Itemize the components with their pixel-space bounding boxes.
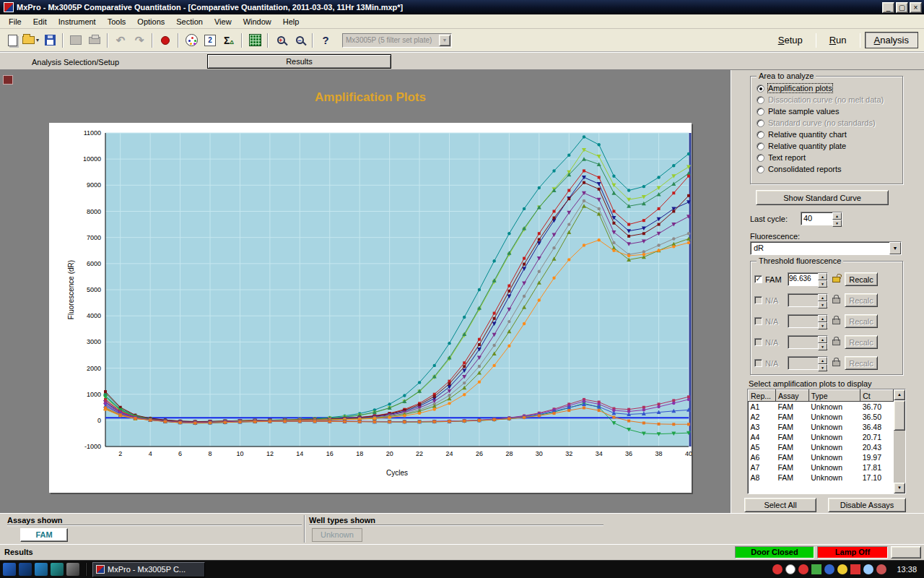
radio-option-5[interactable]: Relative quantity plate [757, 140, 899, 152]
run-mode-button[interactable]: Run [821, 33, 855, 48]
last-cycle-spinner[interactable]: 40 ▲▼ [801, 212, 842, 225]
radio-label[interactable]: Relative quantity plate [768, 142, 846, 150]
tray-icon-5[interactable] [824, 564, 834, 574]
table-row[interactable]: A8FAMUnknown17.10 [749, 473, 894, 483]
tray-icon-2[interactable] [785, 564, 796, 574]
tray-icon-3[interactable] [798, 564, 808, 574]
minimize-button[interactable]: _ [882, 2, 894, 13]
tray-icon-9[interactable] [876, 564, 886, 574]
menu-edit[interactable]: Edit [27, 16, 53, 27]
analysis-mode-button[interactable]: Analysis [865, 32, 918, 48]
filter-set-icon[interactable]: 2 [201, 32, 219, 49]
lock-icon[interactable] [832, 298, 840, 303]
quick-launch-icon-4[interactable] [51, 563, 64, 576]
tray-icon-4[interactable] [811, 564, 821, 574]
quick-launch-icon-2[interactable] [19, 563, 32, 576]
close-button[interactable]: × [910, 2, 922, 13]
column-header-type[interactable]: Type [808, 390, 860, 402]
menu-section[interactable]: Section [170, 16, 209, 27]
thermal-profile-icon[interactable] [245, 32, 264, 49]
assay-fam-button[interactable]: FAM [20, 528, 68, 542]
help-icon[interactable]: ? [316, 32, 335, 49]
table-row[interactable]: A5FAMUnknown20.43 [749, 442, 894, 452]
tab-results[interactable]: Results [207, 54, 391, 69]
lock-icon[interactable] [832, 340, 840, 345]
quick-launch-icon-5[interactable] [66, 563, 79, 576]
tray-icon-6[interactable] [837, 564, 847, 574]
table-row[interactable]: A7FAMUnknown17.81 [749, 462, 894, 473]
recalc-button[interactable]: Recalc [845, 272, 878, 286]
scroll-down-icon[interactable]: ▼ [894, 483, 905, 493]
table-row[interactable]: A6FAMUnknown19.97 [749, 452, 894, 462]
collapse-panel-icon[interactable] [3, 75, 13, 85]
radio-icon[interactable] [757, 154, 764, 162]
radio-option-2[interactable]: Plate sample values [757, 105, 899, 117]
radio-label[interactable]: Text report [768, 153, 806, 162]
lock-icon[interactable] [832, 361, 840, 366]
select-all-button[interactable]: Select All [744, 498, 816, 512]
menu-tools[interactable]: Tools [102, 16, 132, 27]
column-header-rep[interactable]: Rep... [749, 390, 776, 402]
spinner-arrows[interactable]: ▲▼ [832, 212, 842, 225]
radio-option-7[interactable]: Consolidated reports [757, 163, 899, 175]
menu-options[interactable]: Options [131, 16, 170, 27]
menu-help[interactable]: Help [277, 16, 305, 27]
radio-icon[interactable] [757, 165, 764, 173]
column-header-ct[interactable]: Ct [860, 390, 894, 402]
table-row[interactable]: A4FAMUnknown20.71 [749, 432, 894, 442]
menu-instrument[interactable]: Instrument [53, 16, 102, 27]
radio-icon[interactable] [757, 108, 764, 116]
scroll-up-icon[interactable]: ▲ [894, 389, 905, 400]
maximize-button[interactable]: ▢ [896, 2, 908, 13]
new-document-icon[interactable] [3, 32, 22, 49]
plate-setup-icon[interactable] [182, 32, 201, 49]
radio-label[interactable]: Relative quantity chart [768, 130, 847, 139]
menu-window[interactable]: Window [237, 16, 277, 27]
menu-view[interactable]: View [209, 16, 237, 27]
radio-option-6[interactable]: Text report [757, 152, 899, 163]
threshold-checkbox[interactable]: ✓ [754, 275, 762, 283]
spinner-arrows[interactable]: ▲▼ [818, 273, 827, 285]
tray-icon-8[interactable] [863, 564, 873, 574]
save-icon[interactable] [40, 32, 59, 49]
radio-icon[interactable] [757, 131, 764, 139]
threshold-value-field[interactable]: 96.636▲▼ [788, 272, 828, 286]
table-row[interactable]: A2FAMUnknown36.50 [749, 412, 894, 422]
radio-option-4[interactable]: Relative quantity chart [757, 129, 899, 140]
record-icon[interactable] [156, 32, 175, 49]
well-type-unknown-button[interactable]: Unknown [312, 528, 362, 542]
table-row[interactable]: A3FAMUnknown36.48 [749, 422, 894, 432]
unlock-icon[interactable] [832, 277, 840, 282]
spin-down-icon: ▼ [818, 322, 827, 329]
sigma-delta-icon[interactable]: ΣΔ [219, 32, 238, 49]
radio-label[interactable]: Consolidated reports [768, 165, 842, 173]
radio-icon[interactable] [757, 142, 764, 150]
scroll-thumb[interactable] [894, 400, 905, 431]
table-scrollbar[interactable]: ▲ ▼ [894, 389, 905, 493]
zoom-out-icon[interactable]: − [290, 32, 309, 49]
quick-launch-icon-3[interactable] [35, 563, 48, 576]
amplification-chart[interactable]: -100001000200030004000500060007000800090… [49, 123, 692, 493]
radio-option-0[interactable]: Amplification plots [757, 82, 899, 94]
tray-icon-1[interactable] [772, 564, 783, 574]
radio-label[interactable]: Amplification plots [768, 84, 832, 92]
show-standard-curve-button[interactable]: Show Standard Curve [756, 190, 889, 205]
tray-icon-7[interactable] [850, 564, 860, 574]
setup-mode-button[interactable]: Setup [770, 33, 811, 48]
fluorescence-combo[interactable]: dR ▼ [750, 241, 902, 255]
column-header-assay[interactable]: Assay [775, 390, 808, 402]
zoom-in-icon[interactable]: + [271, 32, 290, 49]
tab-analysis-selection-setup[interactable]: Analysis Selection/Setup [22, 56, 129, 69]
quick-launch-icon-1[interactable] [3, 563, 16, 576]
tab-strip: Analysis Selection/Setup Results [0, 52, 924, 70]
combo-arrow-icon[interactable]: ▼ [889, 242, 901, 254]
lock-icon[interactable] [832, 319, 840, 324]
radio-icon[interactable] [757, 85, 764, 92]
disable-assays-button[interactable]: Disable Assays [828, 498, 906, 512]
taskbar-app-button[interactable]: MxPro - Mx3005P C... [92, 562, 205, 577]
radio-label[interactable]: Plate sample values [768, 107, 839, 116]
table-row[interactable]: A1FAMUnknown36.70 [749, 402, 894, 412]
menu-file[interactable]: File [3, 16, 27, 27]
amplification-plot-area[interactable]: -100001000200030004000500060007000800090… [49, 123, 692, 493]
open-file-icon[interactable]: ▼ [22, 32, 40, 49]
